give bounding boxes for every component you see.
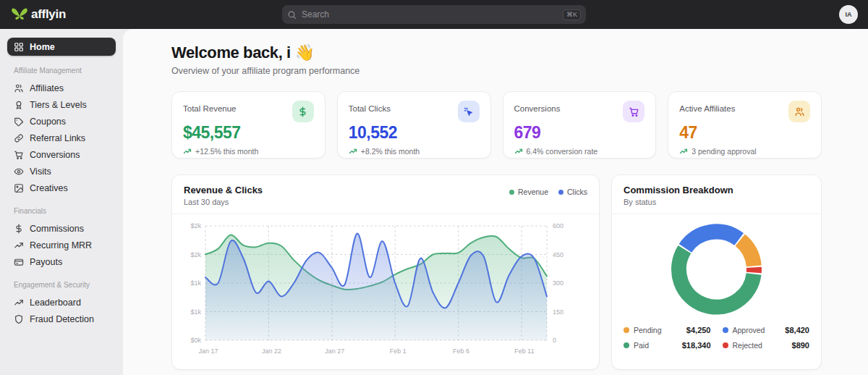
revenue-clicks-header: Revenue & Clicks Last 30 days RevenueCli… <box>172 175 599 214</box>
legend-item-clicks[interactable]: Clicks <box>558 188 587 196</box>
cart-icon <box>14 150 24 160</box>
stat-label: Total Revenue <box>183 104 237 113</box>
shield-icon <box>14 314 24 324</box>
commission-breakdown-title: Commission Breakdown <box>624 185 733 195</box>
sidebar-item-label: Affiliates <box>30 83 64 93</box>
stat-trend: 6.4% conversion rate <box>514 147 645 156</box>
users-icon <box>794 106 805 117</box>
sidebar-section-header: Affiliate Management <box>14 67 109 75</box>
sidebar-item-label: Recurring MRR <box>30 240 92 250</box>
commission-legend: Pending $4,250 Approved $8,420 Paid $18,… <box>612 324 821 358</box>
stat-card-active-affiliates: Active Affiliates 47 3 pending approval <box>668 91 822 159</box>
sidebar-item-tiers-levels[interactable]: Tiers & Levels <box>7 96 116 113</box>
sidebar-item-recurring-mrr[interactable]: Recurring MRR <box>7 237 116 253</box>
revenue-clicks-card: Revenue & Clicks Last 30 days RevenueCli… <box>171 174 600 370</box>
revenue-clicks-subtitle: Last 30 days <box>184 198 263 206</box>
award-icon <box>14 100 24 110</box>
legend-dot <box>624 342 629 348</box>
stat-value: 679 <box>514 123 645 143</box>
svg-text:0: 0 <box>553 337 556 344</box>
wallet-icon <box>14 257 24 267</box>
eye-icon <box>14 167 24 177</box>
tag-icon <box>14 117 24 127</box>
sidebar-item-home[interactable]: Home <box>7 38 116 56</box>
commission-breakdown-card: Commission Breakdown By status Pending $… <box>611 174 822 370</box>
sidebar-item-label: Leaderboard <box>30 298 81 308</box>
sidebar-item-referral-links[interactable]: Referral Links <box>7 130 116 146</box>
commission-legend-item-paid[interactable]: Paid $18,340 <box>624 341 711 350</box>
sidebar-item-fraud-detection[interactable]: Fraud Detection <box>7 311 116 327</box>
sidebar-section-header: Financials <box>14 207 109 215</box>
stat-cards-row: Total Revenue $45,557 +12.5% this month … <box>171 91 822 159</box>
sidebar-item-label: Referral Links <box>30 133 85 143</box>
commission-legend-item-pending[interactable]: Pending $4,250 <box>624 326 711 334</box>
sidebar-item-creatives[interactable]: Creatives <box>7 180 116 196</box>
sidebar-item-coupons[interactable]: Coupons <box>7 113 116 130</box>
commission-legend-item-rejected[interactable]: Rejected $890 <box>723 341 810 350</box>
stat-label: Total Clicks <box>349 104 391 113</box>
legend-dot <box>558 190 563 195</box>
users-icon <box>14 83 24 93</box>
link-icon <box>14 133 24 143</box>
svg-text:450: 450 <box>553 251 563 258</box>
sidebar-item-label: Coupons <box>30 117 66 127</box>
sidebar-item-label: Creatives <box>30 183 68 193</box>
stat-icon-badge <box>788 101 810 122</box>
commission-legend-item-approved[interactable]: Approved $8,420 <box>723 326 810 334</box>
revenue-clicks-plot: $2k600$2k450$1k300$1k150$0k0Jan 17Jan 22… <box>172 214 599 371</box>
search-icon <box>287 10 297 20</box>
stat-value: 10,552 <box>349 123 480 143</box>
legend-dot <box>723 342 728 348</box>
sidebar: HomeAffiliate ManagementAffiliatesTiers … <box>0 29 123 375</box>
stat-label: Active Affiliates <box>679 104 735 113</box>
svg-text:Feb 6: Feb 6 <box>453 347 469 355</box>
brand[interactable]: afflyin <box>10 5 66 24</box>
svg-text:$0k: $0k <box>190 337 201 344</box>
commission-breakdown-header: Commission Breakdown By status <box>612 175 821 214</box>
search-input[interactable] <box>302 9 558 20</box>
user-avatar[interactable]: IA <box>839 5 858 24</box>
main-content: Welcome back, i 👋 Overview of your affil… <box>123 29 868 375</box>
stat-label: Conversions <box>514 104 561 113</box>
stat-trend: +12.5% this month <box>183 147 314 156</box>
revenue-clicks-title: Revenue & Clicks <box>184 185 263 195</box>
charts-row: Revenue & Clicks Last 30 days RevenueCli… <box>171 174 822 370</box>
sidebar-item-label: Tiers & Levels <box>30 100 87 110</box>
svg-text:600: 600 <box>553 222 563 229</box>
legend-dot <box>509 190 514 195</box>
svg-text:Jan 17: Jan 17 <box>198 347 218 355</box>
search-bar[interactable]: ⌘K <box>282 5 586 24</box>
dollar-icon <box>297 106 308 117</box>
sidebar-item-commissions[interactable]: Commissions <box>7 220 116 237</box>
stat-icon-badge <box>292 101 314 122</box>
sidebar-item-payouts[interactable]: Payouts <box>7 253 116 270</box>
shortcut-badge: ⌘K <box>563 9 581 20</box>
commission-donut <box>623 214 810 324</box>
svg-text:$2k: $2k <box>190 251 201 258</box>
svg-text:Feb 11: Feb 11 <box>514 347 534 355</box>
cart-icon <box>629 106 639 117</box>
svg-text:$1k: $1k <box>190 279 201 287</box>
legend-dot <box>723 327 728 333</box>
sidebar-item-conversions[interactable]: Conversions <box>7 146 116 163</box>
sidebar-item-label: Payouts <box>30 257 62 267</box>
sidebar-item-affiliates[interactable]: Affiliates <box>7 80 116 96</box>
stat-card-total-revenue: Total Revenue $45,557 +12.5% this month <box>171 91 326 159</box>
trend-icon <box>514 147 523 156</box>
page-subtitle: Overview of your affiliate program perfo… <box>171 66 822 76</box>
sidebar-item-leaderboard[interactable]: Leaderboard <box>7 294 116 311</box>
welcome-header: Welcome back, i 👋 Overview of your affil… <box>171 43 822 76</box>
stat-card-total-clicks: Total Clicks 10,552 +8.2% this month <box>337 91 491 159</box>
stat-value: $45,557 <box>183 123 314 143</box>
commission-donut-area: Pending $4,250 Approved $8,420 Paid $18,… <box>612 214 821 358</box>
image-icon <box>14 183 24 193</box>
brand-name: afflyin <box>31 7 66 22</box>
legend-item-revenue[interactable]: Revenue <box>509 188 548 196</box>
stat-trend: 3 pending approval <box>679 147 810 156</box>
page-title: Welcome back, i 👋 <box>171 43 822 62</box>
stat-icon-badge <box>458 101 480 122</box>
sidebar-item-visits[interactable]: Visits <box>7 163 116 180</box>
sidebar-item-label: Home <box>30 42 55 52</box>
trend-icon <box>183 147 192 156</box>
stat-icon-badge <box>623 101 644 122</box>
